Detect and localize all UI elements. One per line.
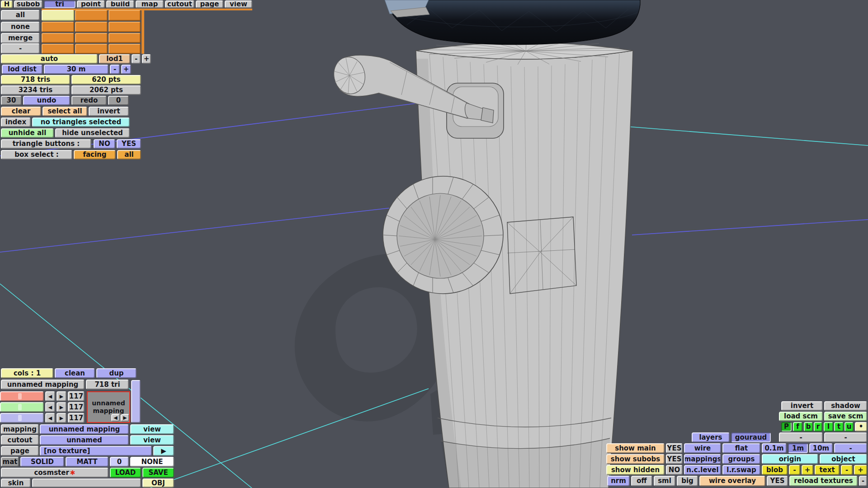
swatch-slider-blue[interactable] [0,413,44,423]
index-button[interactable]: index [1,117,31,127]
show-hidden-state[interactable]: NO [666,465,683,475]
subob-grid-cell[interactable] [108,33,141,43]
dup-button[interactable]: dup [96,368,137,378]
invert-selection-button[interactable]: invert [89,107,129,116]
undo-button[interactable]: undo [23,96,70,105]
show-subobs-state[interactable]: YES [666,454,683,464]
save-button[interactable]: SAVE [142,468,174,478]
proj-u-button[interactable]: u [844,422,854,432]
groups-button[interactable]: groups [722,454,760,464]
subob-merge-button[interactable]: merge [1,33,40,43]
subob-none-button[interactable]: none [1,22,40,32]
menu-item-build[interactable]: build [106,0,134,8]
clean-button[interactable]: clean [55,368,95,378]
object-button[interactable]: object [820,454,867,464]
flat-button[interactable]: flat [722,443,760,453]
proj-t-button[interactable]: t [834,422,844,432]
menu-item-page[interactable]: page [196,0,223,8]
obj-button[interactable]: OBJ [142,479,174,488]
dist-01m-button[interactable]: 0.1m [762,443,787,453]
cutout-view-button[interactable]: view [130,435,174,445]
show-subobs-button[interactable]: show subobs [606,454,665,464]
mat-none-button[interactable]: NONE [130,457,174,467]
lod-dist-value[interactable]: 30 m [44,65,108,74]
wire-overlay-state[interactable]: YES [767,476,788,486]
nrm-off-button[interactable]: off [631,476,652,486]
cutout-row-value[interactable]: unnamed [40,435,129,445]
reload-textures-button[interactable]: reload textures [789,476,858,486]
subob-grid-cell[interactable] [108,22,141,32]
triangle-buttons-yes[interactable]: YES [117,139,141,149]
origin-button[interactable]: origin [762,454,818,464]
mapping-box-prev[interactable]: ◀ [111,414,120,422]
lr-swap-button[interactable]: l.r.swap [722,465,760,475]
mapping-scrollbar[interactable] [131,380,141,423]
save-scm-button[interactable]: save scm [824,412,867,421]
box-select-facing[interactable]: facing [74,150,116,160]
load-scm-button[interactable]: load scm [779,412,823,421]
nrm-big-button[interactable]: big [677,476,698,486]
swatch-next-button[interactable]: ▶ [57,402,66,412]
nrm-button[interactable]: nrm [607,476,630,486]
subob-grid-cell-selected[interactable] [42,10,74,21]
nrm-sml-button[interactable]: sml [654,476,675,486]
nc-level-button[interactable]: n.c.level [684,465,721,475]
menu-item-point[interactable]: point [77,0,105,8]
skin-value-field[interactable] [32,479,141,488]
lod-minus-button[interactable]: - [132,54,141,64]
mapping-view-button[interactable]: view [130,424,174,434]
dash-button-1[interactable]: - [779,432,823,442]
proj-f-button[interactable]: f [793,422,802,432]
reload-dash-button[interactable]: - [859,476,867,486]
proj-r-button[interactable]: r [814,422,822,432]
wire-overlay-button[interactable]: wire overlay [699,476,765,486]
subob-grid-cell[interactable] [108,44,141,54]
invert-button[interactable]: invert [781,401,823,411]
proj-l-button[interactable]: l [824,422,833,432]
proj-b-button[interactable]: b [804,422,813,432]
dist-1m-button[interactable]: 1m [788,443,808,453]
dash-button-2[interactable]: - [824,432,867,442]
lod-plus-button[interactable]: + [142,54,151,64]
menu-item-h[interactable]: H [1,0,13,8]
mat-solid-button[interactable]: SOLID [20,457,64,467]
model-file-name[interactable]: cosmster✱ [1,468,108,478]
blob-button[interactable]: blob [762,465,788,475]
cols-button[interactable]: cols : 1 [1,368,53,378]
swatch-slider-green[interactable] [0,402,44,412]
menu-item-cutout[interactable]: cutout [165,0,194,8]
lod-dist-plus-button[interactable]: + [121,65,131,74]
text-button[interactable]: text [815,465,840,475]
swatch-prev-button[interactable]: ◀ [45,413,55,423]
layers-button[interactable]: layers [692,432,730,442]
dist-dash-button[interactable]: - [834,443,867,453]
subob-grid-cell[interactable] [75,44,108,54]
menu-item-subob[interactable]: subob [14,0,42,8]
triangle-buttons-no[interactable]: NO [94,139,115,149]
subob-grid-cell[interactable] [75,22,108,32]
page-row-value[interactable]: [no texture] [40,446,152,456]
menu-item-tri[interactable]: tri [44,0,75,8]
mat-number[interactable]: 0 [110,457,129,467]
show-main-button[interactable]: show main [606,443,665,453]
lod1-button[interactable]: lod1 [99,54,130,64]
proj-p-button[interactable]: P [781,422,792,432]
dist-10m-button[interactable]: 10m [809,443,833,453]
swatch-next-button[interactable]: ▶ [57,391,66,401]
swatch-next-button[interactable]: ▶ [57,413,66,423]
hide-unselected-button[interactable]: hide unselected [55,128,130,138]
blob-minus-button[interactable]: - [789,465,800,475]
swatch-prev-button[interactable]: ◀ [45,402,55,412]
swatch-prev-button[interactable]: ◀ [45,391,55,401]
subob-grid-cell[interactable] [42,33,74,43]
mapping-row-value[interactable]: unnamed mapping [40,424,129,434]
mat-matt-button[interactable]: MATT [66,457,108,467]
clear-button[interactable]: clear [1,107,41,116]
subob-all-button[interactable]: all [1,10,40,20]
wire-button[interactable]: wire [684,443,721,453]
mapping-box-next[interactable]: ▶ [121,414,129,422]
text-minus-button[interactable]: - [841,465,853,475]
slider-handle[interactable] [18,415,22,421]
subob-grid-cell[interactable] [75,10,108,21]
slider-handle[interactable] [18,404,22,410]
